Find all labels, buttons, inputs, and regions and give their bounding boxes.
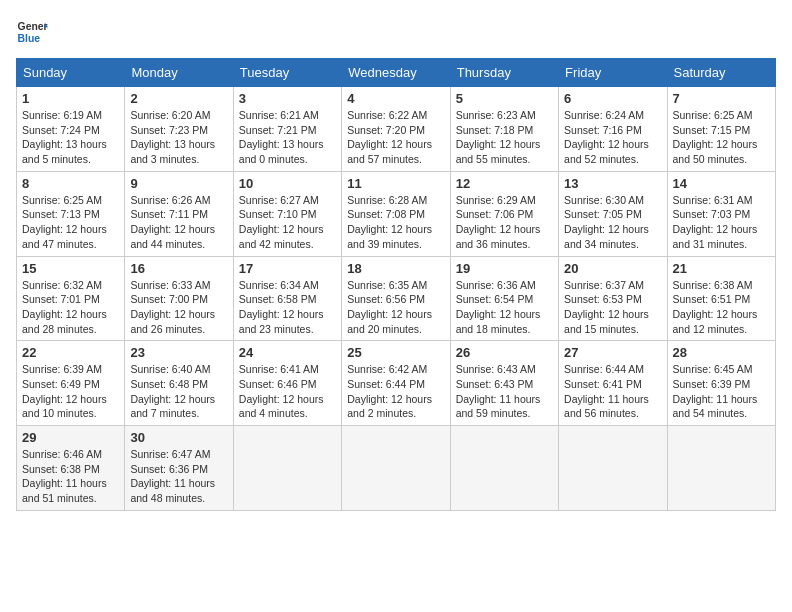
day-number: 1 — [22, 91, 119, 106]
calendar-day-cell: 13 Sunrise: 6:30 AMSunset: 7:05 PMDaylig… — [559, 171, 667, 256]
logo: General Blue — [16, 16, 48, 48]
day-info: Sunrise: 6:32 AMSunset: 7:01 PMDaylight:… — [22, 279, 107, 335]
day-info: Sunrise: 6:30 AMSunset: 7:05 PMDaylight:… — [564, 194, 649, 250]
day-info: Sunrise: 6:23 AMSunset: 7:18 PMDaylight:… — [456, 109, 541, 165]
weekday-header-tuesday: Tuesday — [233, 59, 341, 87]
calendar-week-row: 1 Sunrise: 6:19 AMSunset: 7:24 PMDayligh… — [17, 87, 776, 172]
day-number: 2 — [130, 91, 227, 106]
calendar-day-cell: 3 Sunrise: 6:21 AMSunset: 7:21 PMDayligh… — [233, 87, 341, 172]
calendar-week-row: 15 Sunrise: 6:32 AMSunset: 7:01 PMDaylig… — [17, 256, 776, 341]
day-number: 5 — [456, 91, 553, 106]
calendar-day-cell: 4 Sunrise: 6:22 AMSunset: 7:20 PMDayligh… — [342, 87, 450, 172]
day-number: 4 — [347, 91, 444, 106]
calendar-day-cell: 26 Sunrise: 6:43 AMSunset: 6:43 PMDaylig… — [450, 341, 558, 426]
day-number: 18 — [347, 261, 444, 276]
day-number: 9 — [130, 176, 227, 191]
day-info: Sunrise: 6:31 AMSunset: 7:03 PMDaylight:… — [673, 194, 758, 250]
weekday-header-wednesday: Wednesday — [342, 59, 450, 87]
weekday-header-row: SundayMondayTuesdayWednesdayThursdayFrid… — [17, 59, 776, 87]
calendar-day-cell: 5 Sunrise: 6:23 AMSunset: 7:18 PMDayligh… — [450, 87, 558, 172]
day-info: Sunrise: 6:35 AMSunset: 6:56 PMDaylight:… — [347, 279, 432, 335]
day-info: Sunrise: 6:33 AMSunset: 7:00 PMDaylight:… — [130, 279, 215, 335]
day-number: 29 — [22, 430, 119, 445]
weekday-header-monday: Monday — [125, 59, 233, 87]
day-number: 27 — [564, 345, 661, 360]
calendar-day-cell — [559, 426, 667, 511]
calendar-day-cell: 19 Sunrise: 6:36 AMSunset: 6:54 PMDaylig… — [450, 256, 558, 341]
day-number: 7 — [673, 91, 770, 106]
day-number: 11 — [347, 176, 444, 191]
day-info: Sunrise: 6:45 AMSunset: 6:39 PMDaylight:… — [673, 363, 758, 419]
day-number: 26 — [456, 345, 553, 360]
day-info: Sunrise: 6:25 AMSunset: 7:13 PMDaylight:… — [22, 194, 107, 250]
calendar-body: 1 Sunrise: 6:19 AMSunset: 7:24 PMDayligh… — [17, 87, 776, 511]
day-info: Sunrise: 6:47 AMSunset: 6:36 PMDaylight:… — [130, 448, 215, 504]
calendar-day-cell: 10 Sunrise: 6:27 AMSunset: 7:10 PMDaylig… — [233, 171, 341, 256]
day-info: Sunrise: 6:27 AMSunset: 7:10 PMDaylight:… — [239, 194, 324, 250]
day-info: Sunrise: 6:39 AMSunset: 6:49 PMDaylight:… — [22, 363, 107, 419]
logo-icon: General Blue — [16, 16, 48, 48]
calendar-day-cell: 21 Sunrise: 6:38 AMSunset: 6:51 PMDaylig… — [667, 256, 775, 341]
weekday-header-thursday: Thursday — [450, 59, 558, 87]
calendar-week-row: 22 Sunrise: 6:39 AMSunset: 6:49 PMDaylig… — [17, 341, 776, 426]
day-number: 17 — [239, 261, 336, 276]
day-info: Sunrise: 6:28 AMSunset: 7:08 PMDaylight:… — [347, 194, 432, 250]
calendar-day-cell: 9 Sunrise: 6:26 AMSunset: 7:11 PMDayligh… — [125, 171, 233, 256]
calendar-day-cell: 14 Sunrise: 6:31 AMSunset: 7:03 PMDaylig… — [667, 171, 775, 256]
day-number: 19 — [456, 261, 553, 276]
day-number: 8 — [22, 176, 119, 191]
calendar-day-cell: 2 Sunrise: 6:20 AMSunset: 7:23 PMDayligh… — [125, 87, 233, 172]
day-info: Sunrise: 6:21 AMSunset: 7:21 PMDaylight:… — [239, 109, 324, 165]
calendar-day-cell: 17 Sunrise: 6:34 AMSunset: 6:58 PMDaylig… — [233, 256, 341, 341]
calendar-day-cell: 24 Sunrise: 6:41 AMSunset: 6:46 PMDaylig… — [233, 341, 341, 426]
calendar-day-cell: 18 Sunrise: 6:35 AMSunset: 6:56 PMDaylig… — [342, 256, 450, 341]
day-info: Sunrise: 6:25 AMSunset: 7:15 PMDaylight:… — [673, 109, 758, 165]
day-info: Sunrise: 6:40 AMSunset: 6:48 PMDaylight:… — [130, 363, 215, 419]
calendar-day-cell: 12 Sunrise: 6:29 AMSunset: 7:06 PMDaylig… — [450, 171, 558, 256]
day-number: 24 — [239, 345, 336, 360]
calendar-day-cell — [342, 426, 450, 511]
day-number: 21 — [673, 261, 770, 276]
calendar-day-cell: 16 Sunrise: 6:33 AMSunset: 7:00 PMDaylig… — [125, 256, 233, 341]
day-info: Sunrise: 6:22 AMSunset: 7:20 PMDaylight:… — [347, 109, 432, 165]
calendar-day-cell: 23 Sunrise: 6:40 AMSunset: 6:48 PMDaylig… — [125, 341, 233, 426]
calendar-day-cell: 20 Sunrise: 6:37 AMSunset: 6:53 PMDaylig… — [559, 256, 667, 341]
day-info: Sunrise: 6:20 AMSunset: 7:23 PMDaylight:… — [130, 109, 215, 165]
calendar-day-cell — [667, 426, 775, 511]
weekday-header-saturday: Saturday — [667, 59, 775, 87]
calendar-week-row: 29 Sunrise: 6:46 AMSunset: 6:38 PMDaylig… — [17, 426, 776, 511]
weekday-header-friday: Friday — [559, 59, 667, 87]
calendar-week-row: 8 Sunrise: 6:25 AMSunset: 7:13 PMDayligh… — [17, 171, 776, 256]
day-number: 30 — [130, 430, 227, 445]
calendar-day-cell — [233, 426, 341, 511]
day-number: 22 — [22, 345, 119, 360]
calendar-day-cell: 15 Sunrise: 6:32 AMSunset: 7:01 PMDaylig… — [17, 256, 125, 341]
svg-text:Blue: Blue — [18, 33, 41, 44]
calendar-day-cell: 11 Sunrise: 6:28 AMSunset: 7:08 PMDaylig… — [342, 171, 450, 256]
calendar-day-cell — [450, 426, 558, 511]
day-number: 10 — [239, 176, 336, 191]
day-number: 12 — [456, 176, 553, 191]
day-info: Sunrise: 6:26 AMSunset: 7:11 PMDaylight:… — [130, 194, 215, 250]
day-info: Sunrise: 6:29 AMSunset: 7:06 PMDaylight:… — [456, 194, 541, 250]
day-info: Sunrise: 6:19 AMSunset: 7:24 PMDaylight:… — [22, 109, 107, 165]
day-info: Sunrise: 6:24 AMSunset: 7:16 PMDaylight:… — [564, 109, 649, 165]
calendar-day-cell: 25 Sunrise: 6:42 AMSunset: 6:44 PMDaylig… — [342, 341, 450, 426]
calendar-table: SundayMondayTuesdayWednesdayThursdayFrid… — [16, 58, 776, 511]
calendar-day-cell: 8 Sunrise: 6:25 AMSunset: 7:13 PMDayligh… — [17, 171, 125, 256]
day-number: 3 — [239, 91, 336, 106]
day-number: 28 — [673, 345, 770, 360]
day-number: 14 — [673, 176, 770, 191]
day-info: Sunrise: 6:44 AMSunset: 6:41 PMDaylight:… — [564, 363, 649, 419]
day-number: 16 — [130, 261, 227, 276]
weekday-header-sunday: Sunday — [17, 59, 125, 87]
day-number: 13 — [564, 176, 661, 191]
calendar-day-cell: 30 Sunrise: 6:47 AMSunset: 6:36 PMDaylig… — [125, 426, 233, 511]
calendar-day-cell: 27 Sunrise: 6:44 AMSunset: 6:41 PMDaylig… — [559, 341, 667, 426]
calendar-day-cell: 28 Sunrise: 6:45 AMSunset: 6:39 PMDaylig… — [667, 341, 775, 426]
calendar-day-cell: 29 Sunrise: 6:46 AMSunset: 6:38 PMDaylig… — [17, 426, 125, 511]
day-info: Sunrise: 6:36 AMSunset: 6:54 PMDaylight:… — [456, 279, 541, 335]
day-number: 15 — [22, 261, 119, 276]
day-number: 25 — [347, 345, 444, 360]
day-number: 6 — [564, 91, 661, 106]
